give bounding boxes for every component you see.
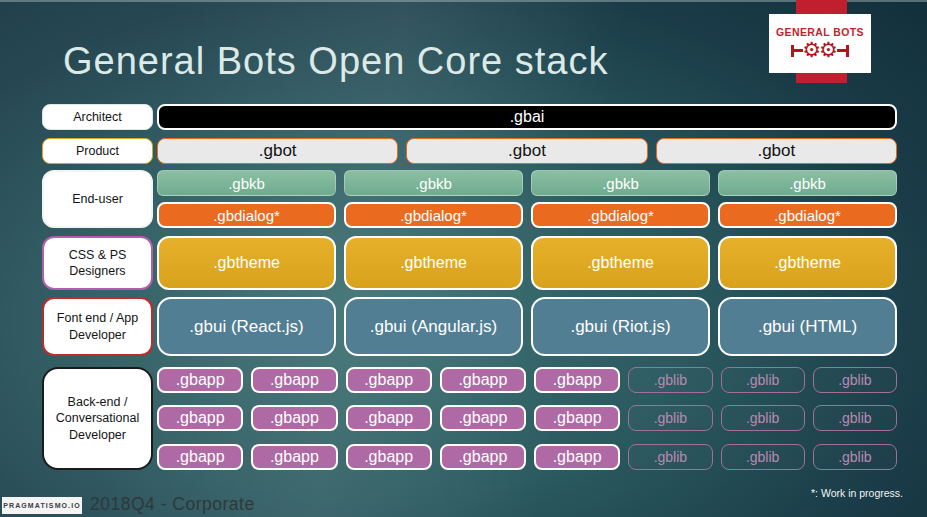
row-gbui: .gbui (React.js) .gbui (Angular.js) .gbu… — [157, 297, 897, 356]
box-gbapp: .gbapp — [251, 405, 337, 431]
label-end-user: End-user — [42, 170, 153, 228]
pragmatismo-logo: PRAGMATISMO.IO — [2, 497, 82, 514]
work-in-progress-note: *: Work in progress. — [811, 487, 903, 499]
box-gbapp: .gbapp — [251, 444, 337, 470]
box-gbkb: .gbkb — [157, 170, 336, 196]
box-gbapp: .gbapp — [346, 367, 432, 393]
general-bots-logo: GENERAL BOTS ⚙ ⚙ — [769, 14, 871, 73]
row-backend-3: .gbapp .gbapp .gbapp .gbapp .gbapp .gbli… — [157, 444, 897, 470]
box-gbapp: .gbapp — [157, 367, 243, 393]
box-gbkb: .gbkb — [718, 170, 897, 196]
label-backend-conversational-developer: Back-end / Conversational Developer — [42, 367, 153, 470]
box-gblib: .gblib — [628, 405, 712, 431]
label-architect: Architect — [42, 104, 153, 130]
box-gbtheme: .gbtheme — [157, 236, 336, 290]
box-gbui-angular: .gbui (Angular.js) — [344, 297, 523, 356]
box-gbapp: .gbapp — [534, 367, 620, 393]
label-product: Product — [42, 138, 153, 164]
box-gblib: .gblib — [813, 367, 897, 393]
box-gblib: .gblib — [813, 444, 897, 470]
row-gbai: .gbai — [157, 104, 897, 130]
box-gbkb: .gbkb — [531, 170, 710, 196]
box-gbui-html: .gbui (HTML) — [718, 297, 897, 356]
gear-axis-right — [837, 49, 849, 52]
row-backend-1: .gbapp .gbapp .gbapp .gbapp .gbapp .gbli… — [157, 367, 897, 393]
box-gblib: .gblib — [721, 367, 805, 393]
label-frontend-app-developer: Font end / App Developer — [42, 297, 153, 356]
box-gbui-riot: .gbui (Riot.js) — [531, 297, 710, 356]
box-gbapp: .gbapp — [157, 444, 243, 470]
row-backend-2: .gbapp .gbapp .gbapp .gbapp .gbapp .gbli… — [157, 405, 897, 431]
box-gbot: .gbot — [406, 138, 647, 164]
page-title: General Bots Open Core stack — [63, 40, 608, 83]
gear-icon: ⚙ — [819, 40, 838, 61]
box-gblib: .gblib — [813, 405, 897, 431]
box-gbapp: .gbapp — [346, 444, 432, 470]
slide: General Bots Open Core stack GENERAL BOT… — [0, 0, 927, 517]
box-gbapp: .gbapp — [251, 367, 337, 393]
slide-caption: 2018Q4 - Corporate — [90, 494, 255, 515]
box-gbtheme: .gbtheme — [718, 236, 897, 290]
row-gbkb: .gbkb .gbkb .gbkb .gbkb — [157, 170, 897, 196]
box-gbtheme: .gbtheme — [531, 236, 710, 290]
box-gbtheme: .gbtheme — [344, 236, 523, 290]
logo-brand-text: GENERAL BOTS — [776, 26, 864, 38]
box-gbkb: .gbkb — [344, 170, 523, 196]
box-gblib: .gblib — [721, 405, 805, 431]
box-gbapp: .gbapp — [440, 405, 526, 431]
row-gbdialog: .gbdialog* .gbdialog* .gbdialog* .gbdial… — [157, 202, 897, 228]
box-gbot: .gbot — [656, 138, 897, 164]
box-gbapp: .gbapp — [534, 405, 620, 431]
row-gbtheme: .gbtheme .gbtheme .gbtheme .gbtheme — [157, 236, 897, 290]
box-gblib: .gblib — [721, 444, 805, 470]
label-css-ps-designers: CSS & PS Designers — [42, 236, 153, 290]
box-gblib: .gblib — [628, 444, 712, 470]
row-gbot: .gbot .gbot .gbot — [157, 138, 897, 164]
box-gbapp: .gbapp — [157, 405, 243, 431]
box-gbapp: .gbapp — [346, 405, 432, 431]
box-gbapp: .gbapp — [440, 367, 526, 393]
slide-top-edge — [0, 0, 927, 2]
box-gbai: .gbai — [157, 104, 897, 130]
box-gblib: .gblib — [628, 367, 712, 393]
box-gbdialog: .gbdialog* — [157, 202, 336, 228]
box-gbdialog: .gbdialog* — [718, 202, 897, 228]
gears-icon: ⚙ ⚙ — [791, 40, 849, 61]
box-gbdialog: .gbdialog* — [344, 202, 523, 228]
box-gbdialog: .gbdialog* — [531, 202, 710, 228]
box-gbapp: .gbapp — [534, 444, 620, 470]
box-gbapp: .gbapp — [440, 444, 526, 470]
box-gbui-react: .gbui (React.js) — [157, 297, 336, 356]
gear-axis-left — [791, 49, 803, 52]
box-gbot: .gbot — [157, 138, 398, 164]
